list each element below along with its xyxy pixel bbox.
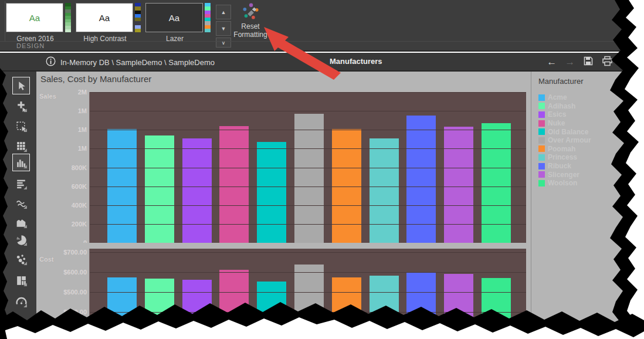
grid-item-tool[interactable] xyxy=(12,175,30,192)
legend-swatch xyxy=(538,103,545,109)
pointer-tool[interactable] xyxy=(12,77,30,94)
sales-bar-princess xyxy=(370,138,399,243)
legend-item-ribuck: Ribuck xyxy=(538,162,591,171)
sales-gridline xyxy=(90,92,526,93)
cost-tick-label: $500.00 xyxy=(53,289,87,296)
legend-label: Poomah xyxy=(548,145,575,153)
palette-swatch xyxy=(65,29,71,33)
chart-item-tool[interactable] xyxy=(12,154,30,171)
legend-swatch xyxy=(538,171,545,178)
gauge-item-tool[interactable] xyxy=(12,293,30,310)
cost-bar-nuke xyxy=(219,270,249,339)
chart-title: Sales, Cost by Manufacturer xyxy=(40,74,151,84)
legend-label: Acme xyxy=(548,93,567,101)
sales-bar-woolson xyxy=(482,123,511,243)
gallery-scroll-up-button[interactable]: ▲ xyxy=(216,5,231,19)
sales-tick-label: 1M xyxy=(53,126,87,133)
legend-item-over-armour: Over Armour xyxy=(538,136,591,145)
legend-swatch xyxy=(538,94,545,101)
pie-item-tool[interactable] xyxy=(12,231,30,249)
expand-icon[interactable]: › xyxy=(635,57,638,67)
theme-card-row: Aa xyxy=(6,3,71,32)
sales-bar-adihash xyxy=(145,135,174,243)
scatter-item-tool[interactable] xyxy=(12,250,30,268)
cost-bar-princess xyxy=(370,276,399,339)
sales-gridline xyxy=(90,168,526,168)
reset-formatting-label-line1: Reset xyxy=(241,22,259,30)
cost-bars xyxy=(90,249,526,339)
cost-gridline xyxy=(90,292,526,293)
pointer-tool-icon xyxy=(15,80,28,92)
ribbon: AaGreen 2016AaHigh ContrastAaLazer ▲ ▼ ∨… xyxy=(0,0,644,52)
palette-swatch xyxy=(135,29,141,32)
rectangle-select-tool[interactable] xyxy=(12,117,30,135)
sales-tick-label: 1M xyxy=(53,107,87,114)
workspace: Sales, Cost by Manufacturer Sales 2M1M1M… xyxy=(0,72,644,339)
ribbon-group-divider xyxy=(5,1,5,41)
sales-tick-label: 600K xyxy=(53,183,87,190)
sales-gridline xyxy=(90,187,526,187)
treemap-item-tool[interactable] xyxy=(12,272,30,289)
sales-bar-old-balance xyxy=(257,142,286,243)
chart-item-tool-icon xyxy=(15,157,28,169)
cost-bar-adihash xyxy=(145,279,174,339)
cost-plot-area xyxy=(89,249,526,339)
cost-bar-over-armour xyxy=(294,265,324,339)
map-item-tool[interactable] xyxy=(12,314,30,331)
legend-swatch xyxy=(538,154,545,161)
legend-label: Slicenger xyxy=(548,171,579,179)
print-icon[interactable] xyxy=(602,56,613,68)
theme-option-green-2016[interactable]: AaGreen 2016 xyxy=(6,3,71,43)
theme-option-lazer[interactable]: AaLazer xyxy=(145,3,211,43)
map-item-tool-icon xyxy=(15,317,28,329)
toolbox xyxy=(0,72,36,339)
save-icon[interactable] xyxy=(583,56,594,68)
cost-tick-label: $600.00 xyxy=(53,269,87,276)
theme-card[interactable]: Aa xyxy=(145,3,203,32)
treemap-item-tool-icon xyxy=(15,274,28,287)
legend-swatch xyxy=(538,111,545,118)
ribbon-tab-design[interactable]: DESIGN xyxy=(16,42,45,49)
help-icon[interactable]: ? xyxy=(621,57,626,66)
cost-gridline xyxy=(90,312,526,313)
cost-bar-esics xyxy=(182,280,212,339)
gallery-scroll-down-button[interactable]: ▼ xyxy=(216,21,231,36)
sales-plot-area xyxy=(89,92,526,243)
sparkline-item-tool[interactable] xyxy=(12,194,30,212)
pie-item-tool-icon xyxy=(15,234,28,246)
pivot-item-tool[interactable] xyxy=(12,137,30,155)
legend-label: Woolson xyxy=(548,179,577,187)
cost-gridline xyxy=(90,272,526,273)
dashboard-title: Manufacturers xyxy=(330,57,382,66)
range-filter-item-tool[interactable] xyxy=(12,213,30,231)
legend-item-woolson: Woolson xyxy=(538,179,591,188)
cost-bar-slicenger xyxy=(444,274,473,339)
theme-option-high-contrast[interactable]: AaHigh Contrast xyxy=(76,3,141,43)
theme-card[interactable]: Aa xyxy=(76,3,133,32)
undo-icon[interactable]: ← xyxy=(547,57,557,67)
theme-gallery: AaGreen 2016AaHigh ContrastAaLazer xyxy=(6,3,211,43)
legend-swatch xyxy=(538,137,545,144)
legend-label: Old Balance xyxy=(548,128,588,136)
theme-card[interactable]: Aa xyxy=(6,3,63,32)
sparkline-item-tool-icon xyxy=(15,197,28,209)
chart-item[interactable]: Sales, Cost by Manufacturer Sales 2M1M1M… xyxy=(36,72,531,339)
range-filter-item-tool-icon xyxy=(15,216,28,229)
legend-item-acme: Acme xyxy=(538,93,591,102)
legend-label: Adihash xyxy=(548,102,575,110)
gallery-dropdown-button[interactable]: ∨ xyxy=(216,38,231,48)
breadcrumb-text: In-Memory DB \ SampleDemo \ SampleDemo xyxy=(60,58,215,67)
legend-swatch xyxy=(538,180,545,187)
legend-item-nuke: Nuke xyxy=(538,119,591,128)
grid-item-tool-icon xyxy=(15,178,28,190)
gauge-item-tool-icon xyxy=(15,296,28,308)
redo-icon: → xyxy=(565,57,575,67)
pivot-item-tool-icon xyxy=(15,140,28,152)
legend-label: Esics xyxy=(548,110,566,118)
add-item-tool[interactable] xyxy=(12,97,30,115)
scatter-item-tool-icon xyxy=(15,253,28,266)
title-bar: In-Memory DB \ SampleDemo \ SampleDemo M… xyxy=(0,53,644,72)
legend-item-adihash: Adihash xyxy=(538,102,591,111)
legend-swatch xyxy=(538,120,545,127)
sales-bar-nuke xyxy=(219,126,249,243)
